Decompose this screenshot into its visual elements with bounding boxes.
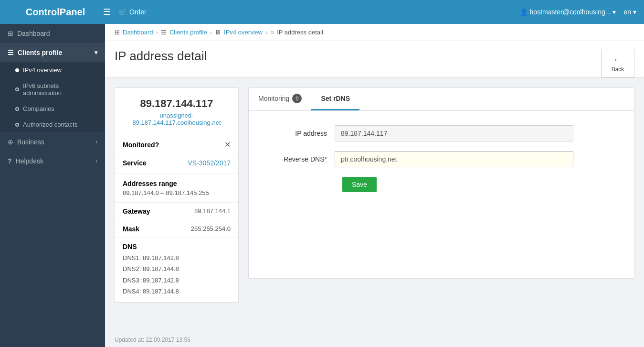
breadcrumb-ipv4[interactable]: IPv4 overview [224,29,263,36]
dns1-value: DNS1: 89.187.142.8 [123,252,231,263]
ip-address-display: 89.187.144.117 [123,98,231,110]
sidebar-dashboard-label: Dashboard [17,30,50,37]
cart-icon: 🛒 [118,8,127,16]
sidebar-item-ipv4[interactable]: IPv4 overview [0,62,105,78]
monitor-icon-breadcrumb: 🖥 [215,29,221,36]
user-chevron-icon: ▾ [612,8,616,16]
addresses-range-value: 89.187.144.0 – 89.187.145.255 [123,189,231,196]
updated-at: Updated at: 22.09.2017 13:56 [115,336,190,343]
dns4-value: DNS4: 89.187.144.8 [123,286,231,297]
rdns-form-label: Reverse DNS* [268,155,335,163]
breadcrumb-sep-2: › [210,29,212,36]
dns-values: DNS1: 89.187.142.8 DNS2: 89.187.144.8 DN… [123,252,231,297]
authorized-contacts-dot-icon [15,123,19,127]
tab-monitoring[interactable]: Monitoring 0 [249,88,311,110]
back-arrow-icon: ← [613,54,623,65]
save-row: Save [268,177,615,192]
clients-icon-breadcrumb: ☰ [161,29,167,36]
set-rdns-tab-label: Set rDNS [321,95,350,102]
user-icon: 👤 [520,8,528,16]
left-card: 89.187.144.117 unassigned-89.187.144.117… [115,87,239,303]
menu-icon[interactable]: ☰ [103,7,111,17]
order-link[interactable]: 🛒 Order [118,8,147,16]
page-header: IP address detail ← Back [105,41,644,78]
clients-icon: ☰ [8,49,14,56]
tab-content-rdns: IP address Reverse DNS* Save [249,111,634,206]
order-label: Order [129,8,147,16]
tab-set-rdns[interactable]: Set rDNS [311,88,359,110]
sidebar-authorized-label: Authorized contacts [23,121,77,128]
sidebar-item-clients-profile[interactable]: ☰ Clients profile ▾ [0,43,105,62]
gateway-row: Gateway 89.187.144.1 [115,203,238,220]
dns-section: DNS DNS1: 89.187.142.8 DNS2: 89.187.144.… [115,238,238,302]
monitored-row: Monitored? ✕ [115,135,238,154]
ip-form-label: IP address [268,130,335,137]
dashboard-icon: ⊞ [8,30,13,37]
gateway-value: 89.187.144.1 [194,207,231,215]
ipv4-dot-icon [15,68,19,72]
breadcrumb-current: IP address detail [277,29,323,36]
business-chevron-icon: › [95,139,97,145]
dns2-value: DNS2: 89.187.144.8 [123,263,231,274]
sidebar-item-ipv6[interactable]: IPv6 subnets administration [0,78,105,101]
right-panel: Monitoring 0 Set rDNS IP address Reverse… [248,87,634,279]
mask-label: Mask [123,225,139,233]
main-layout: ⊞ Dashboard ☰ Clients profile ▾ IPv4 ove… [0,24,644,347]
sidebar-business-label: Business [17,138,44,146]
sidebar-helpdesk-label: Helpdesk [16,157,43,165]
reverse-dns-input[interactable] [335,151,573,167]
lang-switcher[interactable]: en ▾ [623,8,636,16]
navbar-right: 👤 hostmaster@coolhousing... ▾ en ▾ [520,8,636,16]
service-link[interactable]: VS-3052/2017 [188,159,231,167]
sidebar-item-companies[interactable]: Companies [0,101,105,117]
page-title: IP address detail [115,49,207,71]
content-area: ⊞ Dashboard › ☰ Clients profile › 🖥 IPv4… [105,24,644,347]
addresses-range-label: Addresses range [123,180,231,187]
rdns-form-row: Reverse DNS* [268,151,615,167]
breadcrumb: ⊞ Dashboard › ☰ Clients profile › 🖥 IPv4… [105,24,644,41]
sidebar-ipv6-label: IPv6 subnets administration [23,82,97,97]
business-icon: ⊕ [8,138,13,146]
footer: Updated at: 22.09.2017 13:56 [105,333,644,347]
sidebar-item-helpdesk[interactable]: ? Helpdesk › [0,152,105,171]
dns3-value: DNS3: 89.187.142.8 [123,275,231,286]
service-row: Service VS-3052/2017 [115,154,238,174]
monitored-label: Monitored? [123,141,159,149]
content-body: 89.187.144.117 unassigned-89.187.144.117… [105,78,644,333]
tabs: Monitoring 0 Set rDNS [249,88,634,111]
monitoring-badge: 0 [292,94,302,103]
dashboard-icon-breadcrumb: ⊞ [115,29,120,36]
ip-icon-breadcrumb: ○ [270,29,274,36]
service-label: Service [123,159,147,167]
navbar: ControlPanel ☰ 🛒 Order 👤 hostmaster@cool… [0,0,644,24]
lang-label: en [623,8,631,16]
breadcrumb-dashboard[interactable]: Dashboard [123,29,153,36]
username-label: hostmaster@coolhousing... [530,8,611,16]
clients-chevron-icon: ▾ [95,49,97,56]
ip-form-row: IP address [268,125,615,141]
close-icon[interactable]: ✕ [224,140,231,149]
clients-subitems: IPv4 overview IPv6 subnets administratio… [0,62,105,132]
gateway-label: Gateway [123,207,150,215]
lang-chevron-icon: ▾ [633,8,636,16]
companies-dot-icon [15,107,19,111]
breadcrumb-clients[interactable]: Clients profile [169,29,207,36]
breadcrumb-sep-1: › [156,29,158,36]
ipv6-dot-icon [15,87,19,91]
mask-row: Mask 255.255.254.0 [115,220,238,238]
brand-logo: ControlPanel [8,7,103,18]
sidebar-item-dashboard[interactable]: ⊞ Dashboard [0,24,105,43]
sidebar-item-business[interactable]: ⊕ Business › [0,132,105,152]
addresses-range-section: Addresses range 89.187.144.0 – 89.187.14… [115,174,238,203]
user-menu[interactable]: 👤 hostmaster@coolhousing... ▾ [520,8,616,16]
sidebar-clients-label: Clients profile [18,49,62,56]
dns-label: DNS [123,243,231,250]
ip-address-input[interactable] [335,125,573,141]
helpdesk-icon: ? [8,157,12,165]
back-button[interactable]: ← Back [601,49,634,77]
helpdesk-chevron-icon: › [95,158,97,164]
back-label: Back [612,66,624,73]
save-button[interactable]: Save [342,177,377,192]
sidebar: ⊞ Dashboard ☰ Clients profile ▾ IPv4 ove… [0,24,105,347]
sidebar-item-authorized-contacts[interactable]: Authorized contacts [0,117,105,132]
